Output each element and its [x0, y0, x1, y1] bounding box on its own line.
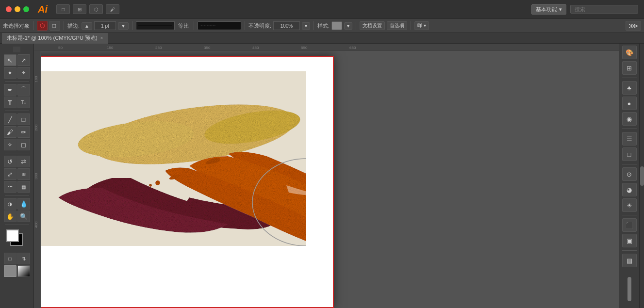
right-scrollbar[interactable]: [639, 44, 644, 308]
icon-new[interactable]: □: [56, 4, 70, 14]
stroke-color-btn[interactable]: □: [50, 21, 60, 31]
artboards-btn[interactable]: ▣: [622, 234, 637, 247]
brush-preview[interactable]: ~~~~~: [198, 21, 241, 30]
opacity-dropdown[interactable]: ▾: [302, 22, 310, 30]
hand-tool[interactable]: ✋: [4, 211, 17, 222]
toolbar-sep-6: [314, 21, 314, 30]
artboard: [34, 56, 334, 308]
panel-toggle-btn[interactable]: ⋙: [626, 21, 641, 31]
close-button[interactable]: [6, 6, 12, 12]
libraries-btn[interactable]: ⊞: [622, 61, 637, 75]
appearance-btn[interactable]: □: [622, 147, 637, 161]
doc-settings-btn[interactable]: 文档设置: [360, 21, 385, 30]
touch-type-tool[interactable]: T↕: [17, 97, 30, 108]
stroke-down-btn[interactable]: ▼: [118, 22, 129, 30]
tool-sep-2: [5, 111, 29, 111]
rectangle-tool[interactable]: □: [17, 113, 30, 125]
links-btn[interactable]: ▤: [622, 254, 637, 267]
tool-row-14: [4, 265, 30, 277]
fill-none-btn[interactable]: □: [4, 253, 17, 264]
curvature-tool[interactable]: ⌒: [17, 84, 30, 96]
preferences-btn[interactable]: 首选项: [387, 21, 407, 30]
minimize-button[interactable]: [15, 6, 20, 12]
style-box[interactable]: [331, 21, 342, 30]
eyedropper-tool[interactable]: 💧: [17, 198, 30, 210]
right-panel: 🎨 ⊞ ♣ ● ◉ ☰ □ ⊙ ◕ ☀ ⬛ ▣ ▤: [619, 44, 639, 308]
ruler-vertical: 100 200 300 400: [34, 51, 41, 308]
style-label: 样式:: [317, 22, 330, 30]
tab-close-button[interactable]: ×: [100, 35, 103, 41]
tab-title: 未标题-1* @ 100% (CMYK/GPU 预览): [7, 34, 98, 42]
fill-color-btn[interactable]: ⬡: [37, 21, 48, 31]
symbols-btn[interactable]: ♣: [622, 81, 637, 95]
tool-row-9: ⤢ ≋: [4, 168, 30, 180]
style-dropdown[interactable]: ▾: [344, 22, 352, 30]
right-scrollbar-thumb: [627, 277, 631, 301]
shaper-tool[interactable]: ⟡: [4, 139, 17, 150]
title-right-area: 基本功能 ▾: [531, 4, 638, 15]
brushes-btn[interactable]: ◉: [622, 112, 637, 126]
scrollbar-thumb: [640, 166, 644, 186]
pencil-tool[interactable]: ✏: [17, 126, 30, 138]
canvas-area[interactable]: 50 150 250 350 450 550 650 100 200 300 4…: [34, 44, 619, 308]
svg-text:450: 450: [252, 46, 259, 50]
direct-selection-tool[interactable]: ↗: [17, 54, 30, 66]
artwork-svg: [34, 71, 306, 246]
icon-brush[interactable]: 🖌: [106, 4, 119, 14]
pen-tool[interactable]: ✒: [4, 84, 17, 96]
search-input[interactable]: [570, 5, 638, 14]
toolbar-sep-2: [64, 21, 64, 30]
main-area: ↖ ↗ ✦ ⌖ ✒ ⌒ T T↕ ╱ □ 🖌 ✏ ⟡ ◻ ↺: [0, 44, 644, 308]
scale-tool[interactable]: ⤢: [4, 168, 17, 180]
icon-mode[interactable]: ⬡: [89, 4, 103, 14]
stroke-value-input[interactable]: [94, 21, 116, 30]
zoom-tool[interactable]: 🔍: [17, 211, 30, 222]
tool-sep-4: [5, 195, 29, 195]
workspace-button[interactable]: 基本功能 ▾: [531, 4, 566, 15]
svg-text:550: 550: [301, 46, 308, 50]
align-btn[interactable]: ☀: [622, 198, 637, 212]
opacity-label: 不透明度:: [248, 22, 271, 30]
right-sep-3: [622, 164, 637, 164]
document-tab[interactable]: 未标题-1* @ 100% (CMYK/GPU 预览) ×: [2, 33, 108, 44]
tool-sep-5: [5, 225, 29, 225]
tool-row-11: ◑ 💧: [4, 198, 30, 210]
svg-text:50: 50: [58, 46, 63, 50]
swatches-btn[interactable]: ●: [622, 97, 637, 110]
reflect-tool[interactable]: ⇄: [17, 156, 30, 167]
transform-btn[interactable]: ◕: [622, 183, 637, 196]
toolbar-sep-7: [356, 21, 356, 30]
graphic-styles-btn[interactable]: ⊙: [622, 167, 637, 181]
tool-row-3: ✒ ⌒: [4, 84, 30, 96]
bar-graph-tool[interactable]: ▦: [17, 181, 30, 193]
layers-btn[interactable]: ⬛: [622, 218, 637, 232]
tool-row-13: □ ⇅: [4, 253, 30, 264]
selection-tool[interactable]: ↖: [4, 54, 17, 66]
line-tool[interactable]: ╱: [4, 113, 17, 125]
stroke-up-btn[interactable]: ▲: [82, 22, 92, 30]
gradient-tool[interactable]: ◑: [4, 198, 17, 210]
foreground-color-box[interactable]: [6, 229, 19, 242]
stroke-panel-btn[interactable]: ☰: [622, 132, 637, 146]
color-panel-btn[interactable]: 🎨: [622, 46, 637, 59]
traffic-lights: [6, 6, 29, 12]
color-mode-btn[interactable]: [4, 265, 17, 277]
opacity-input[interactable]: [273, 21, 300, 30]
type-tool[interactable]: T: [4, 97, 17, 108]
swap-colors-btn[interactable]: ⇅: [17, 253, 30, 264]
svg-text:300: 300: [34, 173, 38, 179]
width-tool[interactable]: ≋: [17, 168, 30, 180]
icon-arrange[interactable]: ⊞: [73, 4, 86, 14]
extra-menu-btn[interactable]: 咩 ▾: [414, 21, 429, 30]
rotate-tool[interactable]: ↺: [4, 156, 17, 167]
gradient-box-btn[interactable]: [17, 265, 30, 277]
toolbar: 未选择对象 ⬡ □ 描边: ▲ ▼ 等比 ~~~~~ 不透明度: ▾ 样式: ▾…: [0, 18, 644, 33]
svg-point-21: [155, 180, 160, 185]
eraser-tool[interactable]: ◻: [17, 139, 30, 150]
lasso-tool[interactable]: ⌖: [17, 67, 30, 79]
paintbrush-tool[interactable]: 🖌: [4, 126, 17, 138]
warp-tool[interactable]: 〜: [4, 181, 17, 193]
maximize-button[interactable]: [23, 6, 29, 12]
tool-row-5: ╱ □: [4, 113, 30, 125]
magic-wand-tool[interactable]: ✦: [4, 67, 17, 79]
